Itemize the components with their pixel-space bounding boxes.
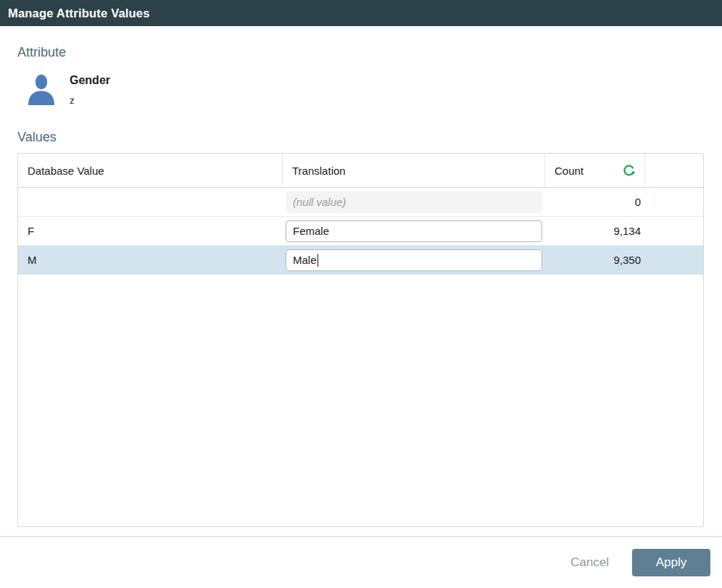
dialog-body: Attribute Gender z Values Database Value… [0,45,722,527]
attribute-summary: Gender z [24,73,705,107]
values-table-header: Database Value Translation Count [18,154,703,188]
table-row-null[interactable]: (null value) 0 [18,188,703,217]
translation-value: Female [293,225,329,237]
text-caret [318,254,319,267]
column-header-count-label: Count [555,165,584,177]
values-section-label: Values [17,130,705,145]
column-header-translation: Translation [283,154,545,187]
translation-input-m[interactable]: Male [286,249,542,271]
column-header-database-value: Database Value [18,154,283,187]
dialog-titlebar: Manage Attribute Values [0,0,722,26]
table-row-f[interactable]: F Female 9,134 [18,217,703,246]
column-header-count: Count [545,154,645,187]
person-icon [24,73,59,107]
count-cell: 9,350 [545,254,645,266]
attribute-description: z [70,95,110,106]
refresh-icon[interactable] [622,163,636,178]
translation-placeholder: (null value) [293,196,346,208]
translation-cell: Female [283,220,545,242]
translation-value: Male [293,254,317,266]
count-cell: 0 [545,196,645,208]
apply-button[interactable]: Apply [632,549,710,576]
database-value-cell: M [18,254,283,266]
translation-input-f[interactable]: Female [286,220,542,242]
translation-cell: Male [283,249,545,271]
database-value-cell: F [18,225,283,237]
attribute-text: Gender z [70,73,110,106]
dialog-title: Manage Attribute Values [8,7,150,20]
translation-cell: (null value) [283,191,545,213]
table-row-m[interactable]: M Male 9,350 [18,246,703,275]
count-cell: 9,134 [545,225,645,237]
dialog-footer: Cancel Apply [0,537,722,588]
translation-input-null[interactable]: (null value) [286,191,542,213]
column-header-actions [645,154,703,187]
attribute-section-label: Attribute [17,45,705,60]
cancel-button[interactable]: Cancel [570,555,609,570]
attribute-name: Gender [70,74,110,87]
values-table: Database Value Translation Count (null v… [17,153,704,527]
